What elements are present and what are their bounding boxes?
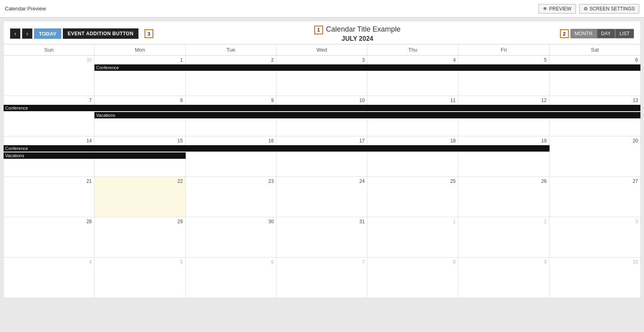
- header-thu: Thu: [367, 44, 458, 55]
- event-bar[interactable]: Vacations: [94, 112, 640, 118]
- week-row-4: 28293031123: [4, 217, 640, 258]
- day-cell-w2-d4[interactable]: 18: [367, 136, 458, 176]
- header-fri: Fri: [458, 44, 549, 55]
- add-event-button[interactable]: EVENT ADDITION BUTTON: [63, 28, 138, 39]
- badge-2: 2: [560, 29, 569, 38]
- day-cell-w4-d4[interactable]: 1: [367, 217, 458, 257]
- settings-icon: ⚙: [584, 6, 588, 12]
- list-view-button[interactable]: LIST: [615, 29, 634, 38]
- day-number: 1: [97, 57, 183, 63]
- day-cell-w0-d4[interactable]: 4: [367, 56, 458, 96]
- badge-1: 1: [314, 26, 323, 34]
- day-cell-w4-d0[interactable]: 28: [4, 217, 94, 257]
- day-cell-w4-d3[interactable]: 31: [277, 217, 367, 257]
- calendar-weeks: 30123456Conference78910111213ConferenceV…: [4, 56, 640, 298]
- day-cell-w0-d6[interactable]: 6: [550, 56, 640, 96]
- week-row-1: 78910111213ConferenceVacations: [4, 96, 640, 136]
- day-number: 11: [370, 98, 455, 103]
- day-number: 30: [6, 57, 92, 63]
- day-number: 18: [370, 138, 455, 144]
- day-cell-w5-d5[interactable]: 9: [458, 258, 549, 298]
- day-headers: Sun Mon Tue Wed Thu Fri Sat: [4, 44, 640, 56]
- day-cell-w0-d3[interactable]: 3: [277, 56, 367, 96]
- day-number: 9: [461, 259, 546, 265]
- screen-settings-button[interactable]: ⚙ SCREEN SETTINGS: [579, 4, 639, 14]
- header-mon: Mon: [94, 44, 185, 55]
- event-bar[interactable]: Conference: [94, 64, 640, 71]
- preview-button[interactable]: 👁 PREVIEW: [538, 4, 576, 14]
- event-bar[interactable]: Conference: [4, 105, 640, 111]
- day-cell-w3-d1[interactable]: 22: [94, 177, 185, 217]
- top-bar: Calendar Preview 👁 PREVIEW ⚙ SCREEN SETT…: [0, 0, 644, 18]
- today-button[interactable]: TODAY: [34, 28, 61, 39]
- badge-3: 3: [144, 29, 153, 38]
- day-cell-w5-d3[interactable]: 7: [277, 258, 367, 298]
- day-number: 1: [370, 219, 455, 224]
- day-cell-w0-d0[interactable]: 30: [4, 56, 94, 96]
- day-number: 15: [97, 138, 183, 144]
- day-number: 5: [461, 57, 546, 63]
- day-cell-w0-d5[interactable]: 5: [458, 56, 549, 96]
- day-number: 4: [6, 259, 92, 265]
- header-wed: Wed: [277, 44, 367, 55]
- day-cell-w4-d6[interactable]: 3: [550, 217, 640, 257]
- day-view-button[interactable]: DAY: [597, 29, 615, 38]
- day-cell-w2-d3[interactable]: 17: [277, 136, 367, 176]
- calendar-header: ‹ › TODAY EVENT ADDITION BUTTON 3 1 Cale…: [4, 21, 640, 44]
- day-cell-w4-d2[interactable]: 30: [186, 217, 277, 257]
- month-view-button[interactable]: MONTH: [570, 29, 597, 38]
- day-cell-w5-d0[interactable]: 4: [4, 258, 94, 298]
- day-number: 29: [97, 219, 183, 224]
- header-tue: Tue: [186, 44, 277, 55]
- day-cell-w5-d2[interactable]: 6: [186, 258, 277, 298]
- day-number: 10: [279, 98, 365, 103]
- calendar-title: Calendar Title Example: [326, 25, 401, 33]
- app-title: Calendar Preview: [5, 6, 46, 12]
- calendar-grid: Sun Mon Tue Wed Thu Fri Sat 30123456Conf…: [4, 44, 640, 298]
- day-number: 7: [6, 98, 92, 103]
- calendar-title-area: 1 Calendar Title Example JULY 2024: [314, 25, 401, 42]
- day-cell-w3-d0[interactable]: 21: [4, 177, 94, 217]
- day-number: 7: [279, 259, 365, 265]
- day-number: 10: [552, 259, 638, 265]
- day-cell-w0-d1[interactable]: 1: [94, 56, 185, 96]
- day-cell-w5-d1[interactable]: 5: [94, 258, 185, 298]
- day-number: 14: [6, 138, 92, 144]
- day-number: 8: [370, 259, 455, 265]
- day-cell-w3-d4[interactable]: 25: [367, 177, 458, 217]
- day-number: 4: [370, 57, 455, 63]
- day-number: 3: [279, 57, 365, 63]
- calendar-wrapper: ‹ › TODAY EVENT ADDITION BUTTON 3 1 Cale…: [3, 21, 641, 298]
- header-sun: Sun: [4, 44, 94, 55]
- day-cell-w3-d2[interactable]: 23: [186, 177, 277, 217]
- day-cell-w4-d1[interactable]: 29: [94, 217, 185, 257]
- day-cell-w5-d4[interactable]: 8: [367, 258, 458, 298]
- day-cell-w0-d2[interactable]: 2: [186, 56, 277, 96]
- day-cell-w5-d6[interactable]: 10: [550, 258, 640, 298]
- day-number: 30: [188, 219, 274, 224]
- next-button[interactable]: ›: [22, 28, 32, 39]
- day-number: 27: [552, 178, 638, 184]
- top-bar-actions: 👁 PREVIEW ⚙ SCREEN SETTINGS: [538, 4, 639, 14]
- week-row-0: 30123456Conference: [4, 56, 640, 96]
- day-number: 17: [279, 138, 365, 144]
- day-number: 21: [6, 178, 92, 184]
- day-cell-w3-d3[interactable]: 24: [277, 177, 367, 217]
- event-bar[interactable]: Vacations: [4, 152, 186, 159]
- day-cell-w3-d5[interactable]: 26: [458, 177, 549, 217]
- prev-button[interactable]: ‹: [10, 28, 20, 39]
- day-number: 28: [6, 219, 92, 224]
- day-cell-w1-d0[interactable]: 7: [4, 96, 94, 136]
- day-cell-w4-d5[interactable]: 2: [458, 217, 549, 257]
- day-number: 23: [188, 178, 274, 184]
- day-cell-w2-d2[interactable]: 16: [186, 136, 277, 176]
- day-cell-w2-d6[interactable]: 20: [550, 136, 640, 176]
- eye-icon: 👁: [543, 6, 548, 12]
- week-row-5: 45678910: [4, 258, 640, 298]
- event-bar[interactable]: Conference: [4, 145, 550, 152]
- day-number: 6: [188, 259, 274, 265]
- day-cell-w3-d6[interactable]: 27: [550, 177, 640, 217]
- day-number: 9: [188, 98, 274, 103]
- day-cell-w2-d5[interactable]: 19: [458, 136, 549, 176]
- day-number: 5: [97, 259, 183, 265]
